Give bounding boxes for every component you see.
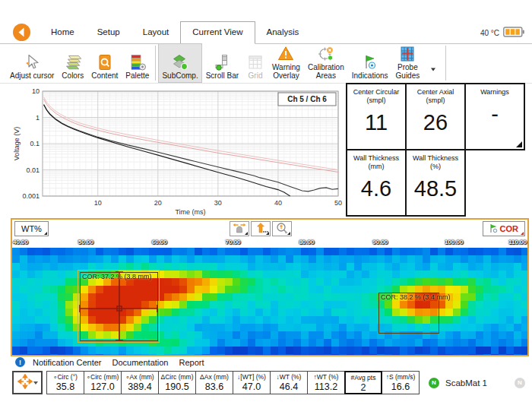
measurement-cell-center-axial-smpl: Center Axial(smpl)26 <box>405 83 466 150</box>
secondary-indicator-icon: N <box>515 378 525 388</box>
chart-text: 0.001 <box>22 192 40 200</box>
display-mode-label: WT% <box>21 224 42 233</box>
tab-setup[interactable]: Setup <box>86 21 131 43</box>
link-documentation[interactable]: Documentation <box>112 358 169 367</box>
link-report[interactable]: Report <box>179 358 204 367</box>
palette-icon <box>128 52 147 71</box>
zoom-tool[interactable] <box>272 221 292 236</box>
toolbar-label-line: Palette <box>125 72 149 81</box>
toolbar-item-label: SubComp. <box>162 72 198 81</box>
status-cell-label: ΔAx (mm) <box>196 373 233 381</box>
status-cell-value: 127.0 <box>84 381 121 392</box>
toolbar-item-indications[interactable]: Indications <box>348 43 392 83</box>
tab-home[interactable]: Home <box>40 21 86 43</box>
measurement-label: Wall Thickness <box>407 154 464 163</box>
resize-corner-icon <box>516 141 522 147</box>
toolbar-label-line: Guides <box>396 72 420 81</box>
toolbar-separator <box>445 46 446 81</box>
cursor-step-tool[interactable] <box>251 221 271 236</box>
toolbar-label-line: SubComp. <box>162 72 198 81</box>
status-cell-label: ∘Circ (mm) <box>84 373 121 381</box>
status-cell-label: ΔCirc (mm) <box>159 373 195 381</box>
toolbar-item-calibration-areas[interactable]: CalibrationAreas <box>304 43 348 83</box>
heatmap[interactable]: COR: 37.2 % (3.8 mm)COR: 38.2 % (3.4 mm) <box>12 248 527 355</box>
toolbar-item-colors[interactable]: Colors <box>58 43 87 83</box>
status-cell-wt: ↑WT (%)113.2 <box>307 371 345 394</box>
warning-overlay-icon <box>277 45 295 63</box>
status-cell-s-mm-s: ↑S (mm/s)16.6 <box>382 371 420 394</box>
status-cell-label: ∘Circ (°) <box>47 373 84 381</box>
heatmap-tools <box>230 221 292 236</box>
toolbar-item-probe-guides[interactable]: ProbeGuides <box>392 43 424 83</box>
status-cell-circ: ∘Circ (°)35.8 <box>46 371 84 394</box>
toolbar-strip: Adjust cursorColorsContentPaletteSubComp… <box>0 43 532 84</box>
scale-label: 50.00 <box>78 239 93 245</box>
measurement-label: Center Axial <box>407 88 464 97</box>
heatmap-toolbar: WT% COR <box>12 220 527 238</box>
scale-label: 110.00 <box>508 239 527 245</box>
toolbar-item-label: ProbeGuides <box>396 64 420 81</box>
menu-tabs: HomeSetupLayoutCurrent ViewAnalysis <box>40 21 310 43</box>
status-cell-label: ↓WT (%) <box>271 373 307 381</box>
chart-text: 40 <box>274 199 282 207</box>
toolbar-item-subcomp[interactable]: SubComp. <box>158 43 201 83</box>
toolbar-item-grid[interactable]: Grid <box>242 43 268 83</box>
display-mode-button[interactable]: WT% <box>14 221 49 236</box>
status-cell-label: #Avg pts <box>346 374 381 381</box>
toolbar-item-label: Scroll Bar <box>206 72 239 81</box>
status-cell-ax-mm: ΔAx (mm)83.6 <box>195 371 233 394</box>
pan-tool[interactable] <box>230 221 249 236</box>
status-cell-value: 2 <box>346 382 381 393</box>
status-cell-circ-mm: ∘Circ (mm)127.0 <box>84 371 122 394</box>
chart-text: 1 <box>36 114 40 122</box>
chart-text: Time (ms) <box>175 208 205 216</box>
back-button[interactable] <box>12 23 31 42</box>
toolbar-label-line: Adjust cursor <box>10 72 54 81</box>
toolbar-item-palette[interactable]: Palette <box>122 43 153 83</box>
flag-icon <box>489 223 498 235</box>
chevron-down-icon <box>33 381 38 385</box>
scale-label: 80.00 <box>299 239 314 245</box>
tab-analysis[interactable]: Analysis <box>255 21 311 43</box>
measurement-value: 4.6 <box>347 176 405 201</box>
colors-icon <box>64 52 82 71</box>
cor-button[interactable]: COR <box>483 221 525 236</box>
toolbar-item-more[interactable] <box>423 43 443 83</box>
measurement-cell-center-circular-smpl: Center Circular(smpl)11 <box>346 83 407 150</box>
cursor-move-button[interactable] <box>12 371 43 394</box>
measurement-unit: (smpl) <box>407 97 464 105</box>
toolbar-item-label: Palette <box>125 72 149 81</box>
menu-bar: HomeSetupLayoutCurrent ViewAnalysis 40 °… <box>0 21 532 44</box>
toolbar-item-adjust-cursor[interactable]: Adjust cursor <box>6 43 58 83</box>
link-notification-center[interactable]: Notification Center <box>33 358 102 367</box>
notification-bar: ! Notification CenterDocumentationReport <box>15 357 204 367</box>
measurement-label: Center Circular <box>347 88 405 97</box>
measurement-cell-wall-thickness-mm: Wall Thickness(mm)4.6 <box>346 149 407 217</box>
toolbar-separator <box>155 46 156 81</box>
heatmap-panel: WT% COR 40.0050.0060.0070.0080.0090.0010… <box>11 218 529 356</box>
battery-icon <box>503 27 524 39</box>
toolbar-item-warning-overlay[interactable]: WarningOverlay <box>268 43 304 83</box>
measurement-row: Center Circular(smpl)11Center Axial(smpl… <box>346 83 525 150</box>
tab-current-view[interactable]: Current View <box>180 21 255 44</box>
toolbar-item-content[interactable]: Content <box>87 43 122 83</box>
pan-tool-icon <box>232 222 247 236</box>
heatmap-canvas[interactable] <box>12 248 527 355</box>
cor-annotation: COR: 38.2 % (3.4 mm) <box>381 293 451 301</box>
toolbar: Adjust cursorColorsContentPaletteSubComp… <box>6 43 448 83</box>
toolbar-item-scroll-bar[interactable]: Scroll Bar <box>202 43 242 83</box>
tab-layout[interactable]: Layout <box>131 21 181 43</box>
toolbar-label-line: Grid <box>249 72 263 81</box>
chart-text: Voltage (V) <box>13 127 21 161</box>
signal-chart: 1010.10.010.0011020304050Voltage (V)Time… <box>11 85 342 217</box>
cursor-step-tool-icon <box>253 222 268 236</box>
measurement-value: 11 <box>347 110 405 135</box>
measurement-value: - <box>466 102 524 127</box>
status-cell-value: 35.8 <box>47 381 84 392</box>
scale-label: 40.00 <box>13 239 28 245</box>
chart-canvas: 1010.10.010.0011020304050Voltage (V)Time… <box>11 85 342 217</box>
scale-label: 100.00 <box>445 239 463 245</box>
info-icon: ! <box>15 357 25 367</box>
status-cell-wt: ↓[WT] (%)47.0 <box>233 371 271 394</box>
zoom-tool-icon <box>274 222 290 236</box>
